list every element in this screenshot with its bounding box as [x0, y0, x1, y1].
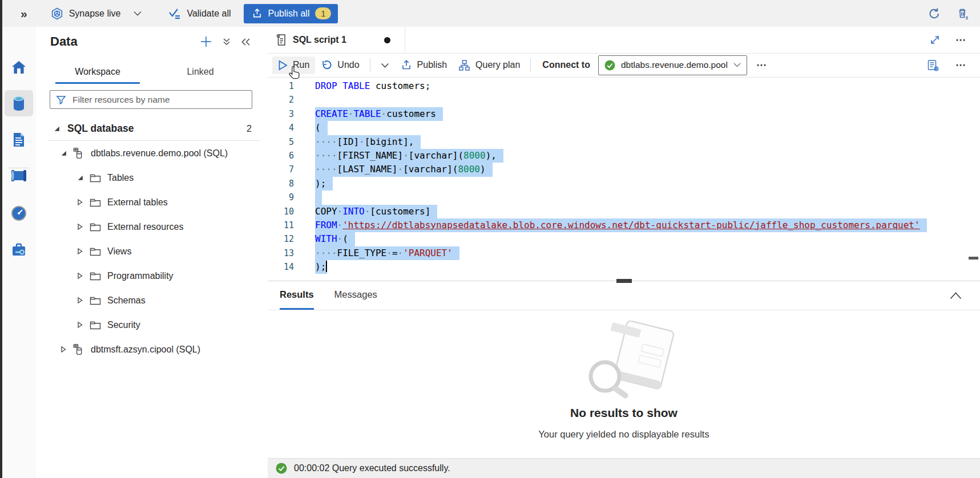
line-content: CREATE·TABLE·customers — [315, 107, 443, 121]
results-empty-state: No results to show Your query yielded no… — [268, 310, 980, 458]
panel-splitter-handle[interactable] — [616, 279, 632, 283]
twisty-expanded-icon[interactable] — [53, 125, 61, 133]
editor-more-icon[interactable]: ⋯ — [955, 59, 967, 71]
twisty-collapsed-icon[interactable] — [59, 346, 67, 354]
line-content: FROM·'https://dbtlabsynapsedatalake.blob… — [315, 218, 927, 232]
tree-item-label: External tables — [107, 197, 168, 208]
tree-item-external-resources[interactable]: External resources — [36, 214, 268, 239]
line-number: 13 — [268, 246, 294, 260]
status-message: 00:00:02 Query executed successfully. — [294, 463, 450, 473]
line-number: 7 — [268, 163, 294, 176]
publish-button[interactable]: Publish — [395, 56, 453, 74]
code-line-7[interactable]: 7····[LAST_NAME]·[varchar](8000) — [268, 163, 980, 176]
expand-editor-icon[interactable] — [929, 34, 941, 46]
environment-selector[interactable]: Synapse live — [50, 7, 142, 21]
line-content: ( — [315, 121, 328, 135]
nav-develop-icon[interactable] — [5, 127, 33, 153]
code-line-14[interactable]: 14); — [268, 260, 980, 274]
line-number: 9 — [268, 191, 294, 204]
publish-all-button[interactable]: Publish all 1 — [244, 4, 338, 23]
tree-item-sql-database[interactable]: SQL database2 — [36, 116, 268, 141]
add-resource-icon[interactable] — [200, 35, 212, 48]
code-line-11[interactable]: 11FROM·'https://dbtlabsynapsedatalake.bl… — [268, 218, 980, 232]
query-plan-button[interactable]: Query plan — [453, 56, 526, 75]
undo-button[interactable]: Undo — [315, 56, 365, 74]
tree-item-external-tables[interactable]: External tables — [36, 190, 268, 214]
line-content: ····[FIRST_NAME]·[varchar](8000), — [315, 149, 503, 163]
tab-sql-script-1[interactable]: SQL script 1 — [268, 27, 405, 53]
synapse-live-icon — [50, 7, 64, 21]
code-lines: 1DROP TABLE customers;23CREATE·TABLE·cus… — [268, 79, 980, 274]
code-line-3[interactable]: 3CREATE·TABLE·customers — [268, 107, 980, 121]
run-options-chevron-icon[interactable] — [375, 59, 395, 71]
nav-monitor-icon[interactable] — [5, 171, 33, 196]
scrollbar-cursor-marker[interactable] — [969, 257, 978, 260]
empty-results-title: No results to show — [268, 406, 980, 420]
collapse-panel-icon[interactable] — [241, 38, 251, 46]
code-line-5[interactable]: 5····[ID]·[bigint], — [268, 135, 980, 149]
toolbar-separator — [370, 58, 370, 72]
tree-item-tables[interactable]: Tables — [36, 165, 268, 190]
line-number: 2 — [268, 93, 294, 107]
twisty-collapsed-icon[interactable] — [76, 223, 84, 231]
sql-code-editor[interactable]: 1DROP TABLE customers;23CREATE·TABLE·cus… — [268, 77, 980, 281]
twisty-expanded-icon[interactable] — [76, 174, 84, 182]
publish-count-badge: 1 — [315, 7, 331, 19]
line-number: 5 — [268, 135, 294, 149]
tree-item-views[interactable]: Views — [36, 239, 268, 264]
code-line-13[interactable]: 13····FILE_TYPE·=·'PARQUET' — [268, 246, 980, 260]
nav-home-icon[interactable] — [5, 54, 33, 80]
expand-menu-icon[interactable]: » — [21, 7, 27, 21]
line-number: 14 — [268, 260, 294, 274]
panel-title: Data — [50, 34, 78, 49]
code-line-9[interactable]: 9 — [268, 191, 980, 204]
toolbar-more-icon[interactable]: ⋯ — [756, 59, 768, 71]
twisty-collapsed-icon[interactable] — [76, 199, 84, 206]
tree-item-label: External resources — [107, 222, 183, 232]
tab-label: SQL script 1 — [293, 35, 346, 45]
collapse-results-chevron-icon[interactable] — [950, 292, 962, 299]
tree-item-dbtlabs-revenue-demo-pool-sql-[interactable]: dbtlabs.revenue.demo.pool (SQL) — [36, 141, 268, 165]
filter-input[interactable] — [71, 94, 246, 106]
code-line-2[interactable]: 2 — [268, 93, 980, 107]
validate-all-label: Validate all — [187, 9, 231, 19]
line-number: 10 — [268, 205, 294, 218]
code-line-8[interactable]: 8); — [268, 177, 980, 191]
code-line-10[interactable]: 10COPY·INTO·[customers] — [268, 205, 980, 218]
code-line-12[interactable]: 12WITH·( — [268, 232, 980, 246]
text-cursor — [326, 261, 327, 272]
code-line-6[interactable]: 6····[FIRST_NAME]·[varchar](8000), — [268, 149, 980, 163]
nav-data-icon[interactable] — [5, 90, 33, 116]
twisty-collapsed-icon[interactable] — [76, 272, 84, 280]
tab-workspace[interactable]: Workspace — [55, 61, 140, 84]
code-line-4[interactable]: 4( — [268, 121, 980, 135]
properties-icon[interactable] — [926, 59, 939, 72]
line-content: ); — [315, 260, 327, 274]
tab-messages[interactable]: Messages — [334, 281, 377, 310]
tab-more-actions-icon[interactable]: ⋯ — [955, 34, 967, 46]
twisty-collapsed-icon[interactable] — [76, 297, 84, 305]
discard-all-icon[interactable] — [956, 7, 970, 21]
tree-item-security[interactable]: Security — [36, 313, 268, 337]
twisty-expanded-icon[interactable] — [59, 149, 67, 157]
tab-linked[interactable]: Linked — [158, 61, 243, 84]
database-icon — [72, 147, 85, 160]
expand-all-icon[interactable] — [222, 37, 231, 46]
left-nav-rail — [2, 27, 37, 478]
tree-item-dbtmsft-azsyn-cipool-sql-[interactable]: dbtmsft.azsyn.cipool (SQL) — [36, 337, 268, 362]
connect-to-pool-dropdown[interactable]: dbtlabs.revenue.demo.pool — [598, 55, 747, 75]
tab-results[interactable]: Results — [280, 281, 314, 310]
nav-monitor-icon[interactable] — [5, 200, 33, 226]
line-number: 4 — [268, 121, 294, 135]
connect-to-label: Connect to — [542, 60, 590, 70]
publish-label: Publish — [417, 60, 447, 70]
success-check-icon — [276, 463, 287, 474]
tree-item-programmability[interactable]: Programmability — [36, 264, 268, 288]
twisty-collapsed-icon[interactable] — [76, 321, 84, 329]
tree-item-schemas[interactable]: Schemas — [36, 288, 268, 313]
validate-all-button[interactable]: Validate all — [168, 7, 231, 20]
twisty-collapsed-icon[interactable] — [76, 248, 84, 256]
nav-manage-icon[interactable] — [5, 237, 33, 263]
refresh-icon[interactable] — [927, 7, 941, 21]
code-line-1[interactable]: 1DROP TABLE customers; — [268, 79, 980, 93]
